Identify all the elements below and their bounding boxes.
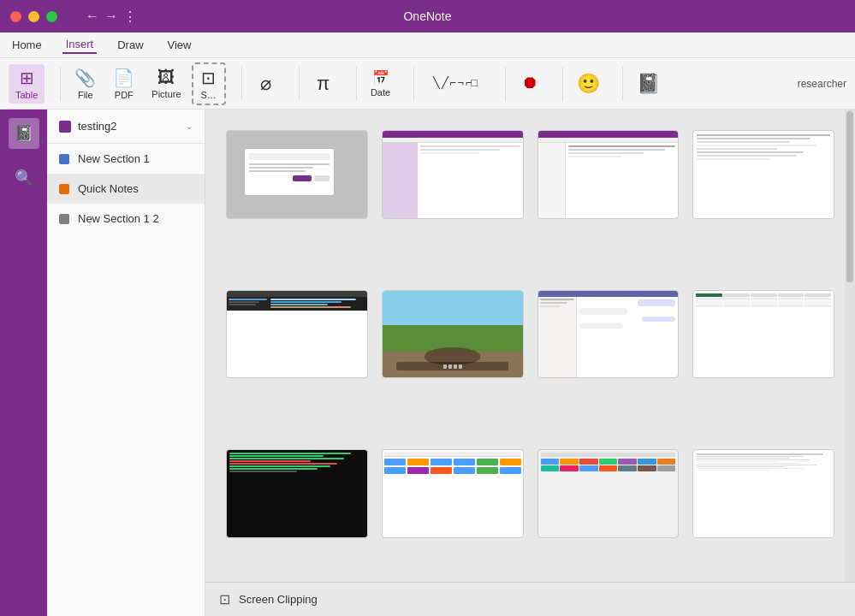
thumbnail-7[interactable] <box>537 290 680 379</box>
maximize-button[interactable] <box>46 11 57 22</box>
date-label: Date <box>371 87 390 98</box>
date-button[interactable]: 📅 Date <box>364 66 398 101</box>
screen-clipping-label[interactable]: Screen Clipping <box>239 593 318 606</box>
shapes-group: ╲ ╱ ⌐ ¬ ⌐□ <box>421 73 498 94</box>
scrollbar[interactable] <box>845 110 855 582</box>
notebook-name: testing2 <box>78 120 117 133</box>
separator-5 <box>413 67 414 101</box>
separator-1 <box>60 67 61 101</box>
thumbnail-1[interactable] <box>226 130 368 219</box>
more-button[interactable]: ⋮ <box>123 9 137 25</box>
notebook-insert-group: 📓 <box>630 69 675 98</box>
screenshot-button[interactable]: ⊡ S… <box>192 62 226 105</box>
file-group: 📎 File 📄 PDF 🖼 Picture ⊡ S… <box>68 62 234 105</box>
section-label-new-section-1-2: New Section 1 2 <box>78 212 159 225</box>
picture-button[interactable]: 🖼 Picture <box>145 64 187 103</box>
file-button[interactable]: 📎 File <box>68 64 103 104</box>
thumbnail-12[interactable] <box>692 449 834 538</box>
menu-home[interactable]: Home <box>9 37 45 53</box>
thumbnail-6[interactable] <box>382 290 524 379</box>
table-label: Table <box>15 90 38 100</box>
thumbnail-10[interactable] <box>382 449 524 538</box>
app-title: OneNote <box>403 9 451 23</box>
record-group: ⏺ <box>513 69 555 98</box>
search-icon: 🔍 <box>15 169 33 187</box>
separator-7 <box>562 67 563 101</box>
screenshot-label: S… <box>200 90 216 100</box>
scrollbar-thumb[interactable] <box>846 111 853 282</box>
sidebar-icon-search[interactable]: 🔍 <box>9 163 39 193</box>
close-button[interactable] <box>10 11 21 22</box>
separator-3 <box>299 67 300 101</box>
researcher-label: researcher <box>798 78 846 90</box>
table-button[interactable]: ⊞ Table <box>9 64 45 104</box>
notebook-sidebar: testing2 ⌄ New Section 1 Quick Notes New… <box>47 110 205 616</box>
file-label: File <box>78 90 93 100</box>
formula-button[interactable]: π <box>306 69 341 98</box>
thumbnail-9[interactable] <box>226 449 368 538</box>
content-area: ⊡ Screen Clipping <box>205 110 855 616</box>
back-button[interactable]: ← <box>86 9 99 25</box>
notebook-chevron: ⌄ <box>186 121 193 131</box>
section-item-quick-notes[interactable]: Quick Notes <box>47 174 205 204</box>
table-group: ⊞ Table <box>9 64 53 104</box>
shapes-icon: ╲ ╱ ⌐ ¬ ⌐□ <box>433 76 477 89</box>
emoji-button[interactable]: 🙂 <box>570 69 607 98</box>
menu-insert[interactable]: Insert <box>62 36 98 54</box>
picture-label: Picture <box>151 89 181 99</box>
screenshot-grid <box>205 110 855 616</box>
thumbnail-3[interactable] <box>537 130 680 219</box>
separator-2 <box>241 67 242 101</box>
notebook-color-indicator <box>59 121 71 133</box>
record-button[interactable]: ⏺ <box>513 69 547 98</box>
main-layout: 📓 🔍 testing2 ⌄ New Section 1 Quick Notes… <box>0 110 855 616</box>
nav-controls[interactable]: ← → ⋮ <box>86 9 137 25</box>
table-icon: ⊞ <box>20 68 34 88</box>
pdf-button[interactable]: 📄 PDF <box>106 64 141 104</box>
section-color-new-section-1-2 <box>59 214 69 224</box>
screenshot-picker: ⊡ Screen Clipping <box>205 110 855 616</box>
bottom-bar: ⊡ Screen Clipping <box>205 582 855 616</box>
thumbnail-2[interactable] <box>382 130 524 219</box>
notebook-insert-button[interactable]: 📓 <box>630 69 667 98</box>
screen-clipping-icon: ⊡ <box>219 591 230 607</box>
notebook-insert-icon: 📓 <box>637 73 660 95</box>
section-item-new-section-1-2[interactable]: New Section 1 2 <box>47 204 205 234</box>
section-list: New Section 1 Quick Notes New Section 1 … <box>47 144 205 616</box>
thumbnail-4[interactable] <box>692 130 834 219</box>
emoji-icon: 🙂 <box>577 73 600 95</box>
separator-8 <box>622 67 623 101</box>
icon-sidebar: 📓 🔍 <box>0 110 47 616</box>
researcher-button[interactable]: researcher <box>798 78 846 90</box>
thumbnail-8[interactable] <box>692 290 834 379</box>
sidebar-icon-notebook[interactable]: 📓 <box>9 118 39 149</box>
file-icon: 📎 <box>74 68 96 88</box>
pdf-icon: 📄 <box>113 68 134 88</box>
menu-draw[interactable]: Draw <box>114 37 146 53</box>
shapes-button[interactable]: ╲ ╱ ⌐ ¬ ⌐□ <box>421 73 490 94</box>
forward-button[interactable]: → <box>104 9 118 25</box>
date-icon: 📅 <box>372 69 389 86</box>
section-item-new-section-1[interactable]: New Section 1 <box>47 144 205 174</box>
emoji-group: 🙂 <box>570 69 615 98</box>
link-group: ⌀ <box>249 69 292 98</box>
window-controls[interactable] <box>10 11 57 22</box>
menu-bar: Home Insert Draw View <box>0 33 855 58</box>
notebook-icon-glyph: 📓 <box>15 124 33 143</box>
section-label-quick-notes: Quick Notes <box>78 182 139 195</box>
thumbnail-11[interactable] <box>537 449 680 538</box>
separator-4 <box>356 67 357 101</box>
notebook-header[interactable]: testing2 ⌄ <box>47 110 205 144</box>
date-group: 📅 Date <box>364 66 407 101</box>
section-label-new-section-1: New Section 1 <box>78 152 150 165</box>
section-color-quick-notes <box>59 184 69 194</box>
link-button[interactable]: ⌀ <box>249 69 283 98</box>
menu-view[interactable]: View <box>164 37 195 53</box>
picture-icon: 🖼 <box>157 68 175 87</box>
minimize-button[interactable] <box>28 11 39 22</box>
title-bar: ← → ⋮ OneNote <box>0 0 855 33</box>
thumbnail-5[interactable] <box>226 290 368 379</box>
section-color-new-section-1 <box>59 154 69 164</box>
pdf-label: PDF <box>115 90 134 100</box>
formula-icon: π <box>317 73 330 95</box>
